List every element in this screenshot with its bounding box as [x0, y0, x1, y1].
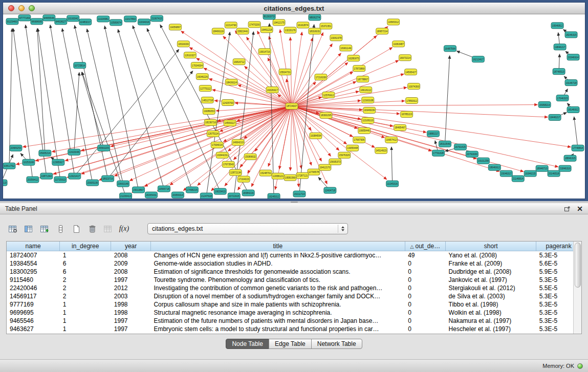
graph-node[interactable]: 18778867: [357, 76, 369, 82]
table-cell[interactable]: 1: [60, 325, 111, 333]
graph-node[interactable]: 17216330: [315, 74, 327, 80]
graph-node[interactable]: 20056412: [27, 177, 39, 183]
table-row[interactable]: 911546021997Tourette syndrome. Phenomeno…: [7, 276, 581, 284]
graph-node[interactable]: 10245316: [386, 181, 399, 187]
graph-node[interactable]: 21067415: [150, 15, 163, 21]
graph-node[interactable]: 4107213: [3, 180, 7, 186]
table-cell[interactable]: de Silva et al. (2003): [446, 292, 536, 300]
function-builder-icon[interactable]: f(x): [117, 222, 131, 235]
table-cell[interactable]: 1: [60, 309, 111, 317]
graph-node[interactable]: 19101258: [477, 158, 489, 164]
table-cell[interactable]: 49: [405, 251, 445, 260]
graph-node[interactable]: 17791328: [432, 150, 445, 156]
table-cell[interactable]: Investigating the contribution of common…: [150, 284, 405, 292]
graph-node[interactable]: 19880217: [427, 130, 440, 137]
table-cell[interactable]: 0: [405, 268, 445, 276]
table-cell[interactable]: 6: [60, 268, 111, 276]
graph-node[interactable]: 10974393: [408, 83, 420, 90]
graph-node[interactable]: 21146814: [512, 176, 524, 182]
table-row[interactable]: 1872400712008Changes of HCN gene express…: [7, 251, 581, 260]
graph-node[interactable]: 15822441: [236, 28, 249, 34]
graph-node[interactable]: 19914716: [258, 49, 271, 55]
graph-node[interactable]: 20791630: [466, 151, 478, 157]
graph-node[interactable]: 17046315: [556, 95, 569, 101]
network-window-titlebar[interactable]: citations_edges.txt: [3, 3, 585, 14]
table-cell[interactable]: 1: [60, 251, 111, 260]
graph-node[interactable]: 16961149: [340, 45, 352, 51]
graph-node[interactable]: 20046317: [500, 170, 512, 177]
graph-node[interactable]: 14569117: [224, 120, 236, 126]
citation-edge-black[interactable]: [38, 29, 60, 180]
graph-node[interactable]: 9361752: [3, 163, 15, 169]
table-cell[interactable]: 2008: [111, 268, 151, 276]
graph-node[interactable]: 19056867: [169, 24, 181, 30]
graph-node[interactable]: 19029413: [214, 188, 226, 194]
table-cell[interactable]: Stergiakouli et al. (2012): [446, 284, 536, 292]
close-panel-icon[interactable]: ✕: [577, 205, 583, 212]
delete-table-icon[interactable]: [85, 222, 99, 235]
table-cell[interactable]: 18300295: [7, 268, 60, 276]
float-panel-icon[interactable]: [564, 206, 571, 212]
graph-node[interactable]: 16213417: [472, 56, 484, 62]
create-column-icon[interactable]: [38, 222, 52, 235]
graph-node[interactable]: 18236716: [204, 119, 216, 125]
new-table-icon[interactable]: [70, 222, 83, 235]
graph-node[interactable]: 18316030: [177, 41, 189, 47]
graph-node[interactable]: 19346215: [524, 170, 536, 177]
table-row[interactable]: 1938455462009Genome-wide association stu…: [7, 259, 581, 268]
table-cell[interactable]: 2012: [111, 284, 151, 292]
graph-node[interactable]: 19957412: [385, 137, 398, 143]
splitter-grip-icon[interactable]: [291, 202, 298, 203]
table-cell[interactable]: 1: [60, 317, 111, 325]
graph-node[interactable]: 10871342: [40, 173, 53, 179]
table-cell[interactable]: Changes of HCN gene expression and I(f) …: [150, 251, 405, 260]
graph-node[interactable]: 21247618: [200, 193, 212, 199]
citation-edge-black[interactable]: [87, 29, 123, 184]
table-cell[interactable]: 0: [405, 317, 445, 325]
graph-node[interactable]: 19546812: [551, 23, 563, 29]
graph-node[interactable]: 19955446: [358, 127, 371, 134]
table-cell[interactable]: 18724007: [7, 251, 60, 260]
citation-edge-black[interactable]: [445, 56, 449, 144]
graph-node[interactable]: 19363487: [393, 41, 405, 47]
table-row[interactable]: 969969511998Structural magnetic resonanc…: [7, 309, 581, 317]
citation-edge-red[interactable]: [290, 106, 292, 171]
column-header-year[interactable]: year: [111, 242, 151, 251]
graph-node[interactable]: 9806274: [309, 14, 321, 20]
citation-edge-black[interactable]: [108, 71, 193, 179]
citation-edge-red[interactable]: [115, 106, 292, 176]
table-cell[interactable]: 0: [405, 292, 445, 300]
graph-node[interactable]: 12921417: [69, 173, 81, 179]
table-cell[interactable]: Hescheler et al. (1997): [446, 325, 536, 333]
table-cell[interactable]: Jankovic et al. (1997): [446, 276, 536, 284]
table-cell[interactable]: Nakamura et al. (1997): [446, 317, 536, 325]
graph-node[interactable]: 16946039: [363, 107, 376, 113]
graph-node[interactable]: 16791415: [454, 144, 466, 150]
graph-node[interactable]: 19955448: [346, 145, 359, 151]
graph-node[interactable]: 18923716: [102, 176, 114, 182]
graph-node[interactable]: 19245012: [268, 193, 280, 199]
graph-node[interactable]: 16326917: [266, 87, 278, 93]
graph-node[interactable]: 20146518: [548, 170, 560, 177]
graph-node[interactable]: 19565312: [387, 19, 400, 25]
graph-node[interactable]: 15958214: [538, 102, 551, 108]
table-cell[interactable]: 2: [60, 276, 111, 284]
graph-node[interactable]: 15504731: [279, 69, 291, 75]
graph-node[interactable]: 12160108: [362, 97, 374, 103]
show-columns-icon[interactable]: [22, 222, 36, 235]
panel-splitter[interactable]: [0, 201, 588, 203]
graph-node[interactable]: 10583674: [110, 19, 122, 26]
graph-node[interactable]: 14664213: [232, 139, 244, 145]
table-cell[interactable]: 1: [60, 300, 111, 309]
graph-node[interactable]: 18246315: [565, 32, 577, 38]
graph-node[interactable]: 16162874: [297, 22, 309, 28]
table-cell[interactable]: 2003: [111, 292, 151, 300]
table-cell[interactable]: 0: [405, 309, 445, 317]
citation-edge-black[interactable]: [82, 72, 104, 148]
memory-status-icon[interactable]: [577, 363, 583, 369]
table-cell[interactable]: 9777169: [7, 300, 60, 309]
graph-node[interactable]: 16616112: [360, 87, 372, 93]
tab-node-table[interactable]: Node Table: [226, 339, 269, 349]
scrollbar-thumb[interactable]: [575, 243, 581, 288]
graph-node[interactable]: 17468215: [186, 187, 198, 193]
